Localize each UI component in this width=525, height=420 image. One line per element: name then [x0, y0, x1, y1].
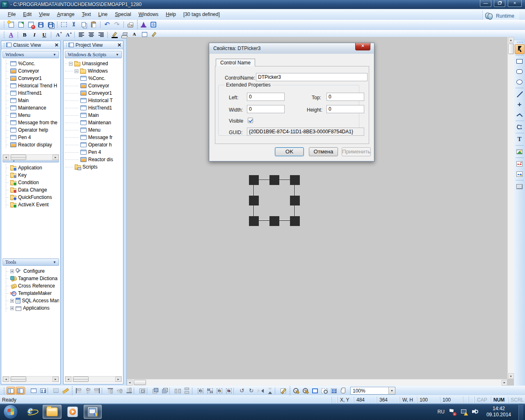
edit-mode-button[interactable]: [279, 387, 288, 395]
selected-control[interactable]: [253, 180, 294, 221]
restore-button[interactable]: [494, 0, 505, 7]
menu-item[interactable]: Line: [95, 10, 112, 18]
window-tree-item[interactable]: Pen 4: [6, 134, 59, 141]
space-horizontal-button[interactable]: [173, 387, 182, 395]
project-tree-item[interactable]: HistTrend1: [65, 104, 122, 112]
polyline-tool[interactable]: [515, 110, 525, 120]
scroll-up-arrow[interactable]: ▲: [508, 37, 514, 43]
classic-view-toggle[interactable]: [7, 387, 15, 395]
flip-vertical-button[interactable]: [266, 387, 274, 395]
align-right-button[interactable]: [93, 387, 101, 395]
align-top-button[interactable]: [106, 387, 114, 395]
undo-button[interactable]: [103, 21, 112, 29]
project-tree-item[interactable]: Main: [65, 112, 122, 119]
window-tree-item[interactable]: %Conc.: [6, 60, 59, 67]
top-input[interactable]: [326, 93, 364, 101]
chevron-down-icon[interactable]: ▼: [388, 387, 395, 394]
window-tree-item[interactable]: Menu: [6, 112, 59, 119]
fit-to-window-button[interactable]: [310, 387, 319, 395]
design-canvas[interactable]: Свойства: DTPicker3 × Control Name Contr…: [126, 37, 514, 386]
new-window-button[interactable]: [7, 21, 16, 29]
align-center-button[interactable]: [83, 387, 92, 395]
selection-handle[interactable]: [290, 196, 300, 205]
taskbar-item-explorer[interactable]: [43, 405, 62, 419]
window-tree-item[interactable]: Reactor display: [6, 141, 59, 148]
line-color-button[interactable]: [110, 31, 119, 39]
align-center-text-button[interactable]: [87, 31, 96, 39]
action-center-icon[interactable]: [449, 409, 456, 415]
copy-button[interactable]: [79, 21, 88, 29]
minimize-button[interactable]: —: [480, 0, 491, 7]
width-input[interactable]: [247, 105, 285, 113]
hv-line-tool[interactable]: [515, 100, 525, 110]
symbol-factory-button[interactable]: [149, 21, 158, 29]
menu-item[interactable]: Windows: [135, 10, 162, 18]
language-indicator[interactable]: RU: [438, 409, 445, 415]
zoom-in-button[interactable]: [301, 387, 310, 395]
script-tree-item[interactable]: QuickFunctions: [6, 194, 59, 201]
project-tree-item[interactable]: Historical T: [65, 97, 122, 104]
snap-to-grid-button[interactable]: [52, 387, 60, 395]
make-symbol-button[interactable]: [215, 387, 224, 395]
bold-button[interactable]: [20, 31, 29, 39]
panel-scrollbar[interactable]: ◄►: [2, 376, 59, 382]
polygon-tool[interactable]: [515, 122, 525, 132]
window-tree-item[interactable]: Main: [6, 97, 59, 104]
select-mode-button[interactable]: [59, 21, 68, 29]
tool-tree-item[interactable]: Cross Reference: [6, 282, 59, 290]
wizard-button[interactable]: [139, 21, 148, 29]
ungroup-button[interactable]: [205, 387, 214, 395]
dialog-close-button[interactable]: ×: [355, 43, 370, 50]
panel-scrollbar[interactable]: ◄►: [65, 376, 122, 382]
windows-section-header[interactable]: Windows▼: [2, 51, 59, 58]
full-window-button[interactable]: [29, 387, 38, 395]
project-tree-item[interactable]: %Conc.: [65, 75, 122, 82]
scroll-thumb[interactable]: [134, 380, 146, 385]
bitmap-tool[interactable]: [515, 147, 525, 157]
rotate-ccw-button[interactable]: [237, 387, 246, 395]
selection-handle[interactable]: [269, 216, 279, 226]
project-tree-item[interactable]: Maintenan: [65, 119, 122, 126]
window-tree-item[interactable]: Historical Trend H: [6, 82, 59, 89]
canvas-horizontal-scrollbar[interactable]: ◄ ►: [127, 379, 507, 386]
bring-to-front-button[interactable]: [151, 387, 160, 395]
project-tree-item[interactable]: Reactor dis: [65, 156, 122, 163]
scroll-left-arrow[interactable]: ◄: [127, 380, 132, 386]
windows-scripts-section-header[interactable]: Windows & Scripts▼: [65, 51, 122, 58]
cut-button[interactable]: [69, 21, 78, 29]
ok-button[interactable]: OK: [275, 147, 304, 156]
menu-item[interactable]: Text: [78, 10, 95, 18]
scroll-right-arrow[interactable]: ►: [502, 380, 507, 386]
project-view-toggle[interactable]: [16, 387, 25, 395]
selection-handle[interactable]: [269, 175, 279, 185]
menu-item[interactable]: Special: [111, 10, 135, 18]
panel-close-icon[interactable]: ✕: [117, 43, 121, 47]
window-tree-item[interactable]: Operator help: [6, 126, 59, 134]
button-tool[interactable]: [515, 182, 525, 192]
height-input[interactable]: [326, 105, 364, 113]
open-window-button[interactable]: [16, 21, 25, 29]
volume-icon[interactable]: [472, 409, 479, 415]
text-tool[interactable]: [515, 135, 525, 144]
save-all-button[interactable]: [46, 21, 55, 29]
window-tree-item[interactable]: Maintenance: [6, 104, 59, 112]
script-tree-item[interactable]: Key: [6, 171, 59, 179]
selection-handle[interactable]: [249, 175, 259, 185]
flip-horizontal-button[interactable]: [256, 387, 265, 395]
tool-tree-item[interactable]: Applications: [6, 304, 59, 312]
taskbar-item-internet-explorer[interactable]: [23, 405, 40, 419]
network-icon[interactable]: [460, 409, 468, 415]
scroll-down-arrow[interactable]: ▼: [508, 373, 514, 379]
selection-handle[interactable]: [290, 175, 300, 185]
zoom-out-button[interactable]: [292, 387, 300, 395]
space-vertical-button[interactable]: [183, 387, 192, 395]
project-tree-item[interactable]: Conveyor: [65, 82, 122, 89]
window-tree-item[interactable]: Conveyor1: [6, 75, 59, 82]
visible-checkbox[interactable]: [248, 118, 253, 123]
zoom-selection-button[interactable]: [320, 387, 329, 395]
align-right-text-button[interactable]: [96, 31, 105, 39]
project-tree-item[interactable]: Message fr: [65, 134, 122, 141]
project-tree-item[interactable]: Conveyor1: [65, 89, 122, 97]
project-tree-item[interactable]: Pen 4: [65, 148, 122, 156]
menu-item[interactable]: Help: [162, 10, 180, 18]
